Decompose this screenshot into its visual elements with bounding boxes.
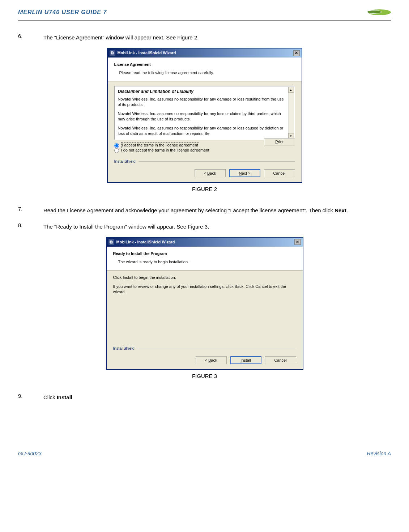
figure-3: ⧉ MobiLink - InstallShield Wizard ✕ Read…	[18, 237, 391, 380]
page-footer: GU-90023 Revision A	[18, 447, 391, 458]
ready-install-dialog: ⧉ MobiLink - InstallShield Wizard ✕ Read…	[106, 237, 303, 370]
footer-left: GU-90023	[18, 450, 42, 458]
page-header: MERLIN U740 USER GUIDE 7	[18, 7, 391, 21]
installer-icon: ⧉	[110, 50, 115, 56]
radio-accept-input[interactable]	[114, 143, 119, 148]
step-7: 7. Read the License Agreement and acknow…	[18, 204, 391, 216]
dialog-title: MobiLink - InstallShield Wizard	[116, 239, 175, 246]
step-text: The "Ready to Install the Program" windo…	[43, 221, 391, 233]
footer-right: Revision A	[367, 450, 391, 458]
close-icon[interactable]: ✕	[294, 239, 301, 245]
radio-decline-input[interactable]	[114, 148, 119, 153]
back-button[interactable]: < Back	[195, 169, 226, 177]
scrollbar-track[interactable]	[288, 93, 294, 133]
installshield-brand: InstallShield	[113, 345, 296, 352]
install-line: If you want to review or change any of y…	[113, 284, 296, 295]
radio-decline[interactable]: I do not accept the terms in the license…	[114, 148, 295, 153]
close-icon[interactable]: ✕	[293, 50, 300, 56]
step-number: 7.	[18, 204, 43, 216]
step-text: Read the License Agreement and acknowled…	[43, 204, 391, 216]
step-text: The “License Agreement” window will appe…	[43, 31, 391, 43]
dialog-content: Disclaimer and Limitation of Liability N…	[108, 81, 302, 156]
figure-3-label: FIGURE 3	[18, 371, 391, 381]
dialog-titlebar: ⧉ MobiLink - InstallShield Wizard ✕	[108, 48, 302, 58]
banner-subtitle: Please read the following license agreem…	[114, 69, 295, 76]
disclaimer-paragraph: Novatel Wireless, Inc. assumes no respon…	[118, 111, 286, 122]
banner-title: Ready to Install the Program	[113, 250, 296, 257]
dialog-titlebar: ⧉ MobiLink - InstallShield Wizard ✕	[107, 238, 303, 247]
disclaimer-heading: Disclaimer and Limitation of Liability	[118, 89, 286, 94]
figure-2-label: FIGURE 2	[18, 184, 391, 194]
step-number: 9.	[18, 391, 43, 403]
banner-title: License Agreement	[114, 61, 295, 68]
brand-text: InstallShield	[114, 158, 136, 165]
install-button[interactable]: Install	[230, 356, 261, 364]
brand-text: InstallShield	[113, 345, 135, 352]
license-agreement-dialog: ⧉ MobiLink - InstallShield Wizard ✕ Lice…	[107, 48, 302, 183]
dialog-title: MobiLink - InstallShield Wizard	[118, 50, 176, 56]
dialog-buttons: < Back Install Cancel	[107, 352, 303, 369]
dialog-buttons: < Back Next > Cancel	[108, 165, 302, 182]
step-text: Click Install	[43, 391, 391, 403]
radio-decline-label: I do not accept the terms in the license…	[121, 148, 209, 153]
disclaimer-paragraph: Novatel Wireless, Inc. assumes no respon…	[118, 125, 286, 136]
next-button[interactable]: Next >	[229, 169, 260, 177]
step-6: 6. The “License Agreement” window will a…	[18, 31, 391, 43]
header-title: MERLIN U740 USER GUIDE 7	[18, 7, 107, 17]
banner-subtitle: The wizard is ready to begin installatio…	[113, 259, 296, 265]
step-8: 8. The "Ready to Install the Program" wi…	[18, 221, 391, 233]
brand-logo	[358, 8, 391, 17]
dialog-banner: License Agreement Please read the follow…	[108, 58, 302, 81]
step-number: 8.	[18, 221, 43, 233]
scroll-up-icon[interactable]: ▴	[288, 87, 294, 93]
disclaimer-paragraph: Novatel Wireless, Inc. assumes no respon…	[118, 97, 286, 107]
figure-2: ⧉ MobiLink - InstallShield Wizard ✕ Lice…	[18, 48, 391, 193]
license-text-scrollbox[interactable]: Disclaimer and Limitation of Liability N…	[114, 86, 295, 140]
print-button[interactable]: Print	[264, 138, 295, 145]
step-number: 6.	[18, 31, 43, 43]
cancel-button[interactable]: Cancel	[265, 356, 296, 364]
svg-point-2	[367, 10, 381, 13]
dialog-content: Click Install to begin the installation.…	[107, 271, 303, 343]
installshield-brand: InstallShield	[114, 158, 295, 165]
step-9: 9. Click Install	[18, 391, 391, 403]
installer-icon: ⧉	[108, 239, 114, 245]
cancel-button[interactable]: Cancel	[264, 169, 295, 177]
install-line: Click Install to begin the installation.	[113, 275, 296, 280]
dialog-banner: Ready to Install the Program The wizard …	[107, 247, 303, 271]
back-button[interactable]: < Back	[196, 356, 227, 364]
